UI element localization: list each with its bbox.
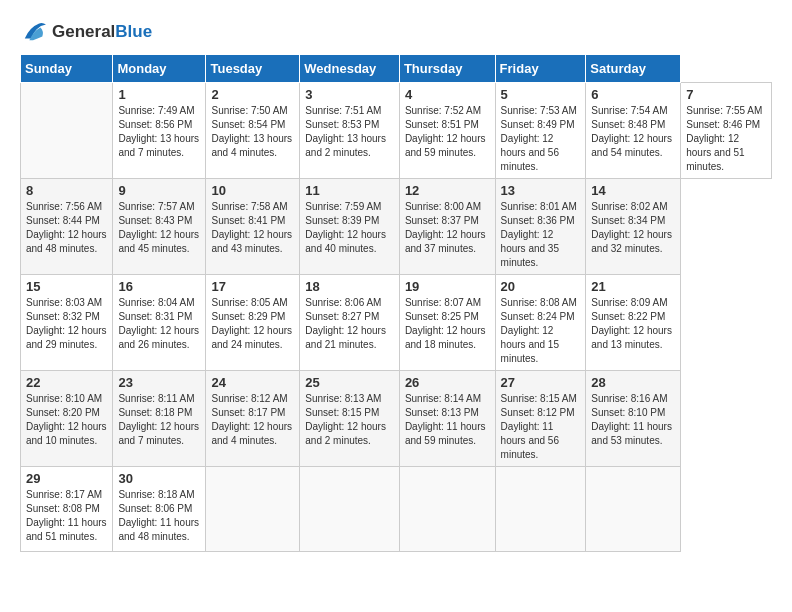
sunset-text: Sunset: 8:37 PM (405, 215, 479, 226)
calendar-cell: 11 Sunrise: 7:59 AM Sunset: 8:39 PM Dayl… (300, 179, 400, 275)
day-info: Sunrise: 7:53 AM Sunset: 8:49 PM Dayligh… (501, 104, 581, 174)
calendar-cell: 30 Sunrise: 8:18 AM Sunset: 8:06 PM Dayl… (113, 467, 206, 552)
day-number: 24 (211, 375, 294, 390)
day-info: Sunrise: 7:56 AM Sunset: 8:44 PM Dayligh… (26, 200, 107, 256)
day-number: 10 (211, 183, 294, 198)
week-row-3: 15 Sunrise: 8:03 AM Sunset: 8:32 PM Dayl… (21, 275, 772, 371)
calendar-cell: 23 Sunrise: 8:11 AM Sunset: 8:18 PM Dayl… (113, 371, 206, 467)
page-header: GeneralBlue (20, 20, 772, 44)
day-of-week-friday: Friday (495, 55, 586, 83)
daylight-text: Daylight: 12 hours and 21 minutes. (305, 325, 386, 350)
day-info: Sunrise: 7:51 AM Sunset: 8:53 PM Dayligh… (305, 104, 394, 160)
sunset-text: Sunset: 8:08 PM (26, 503, 100, 514)
calendar-cell: 26 Sunrise: 8:14 AM Sunset: 8:13 PM Dayl… (399, 371, 495, 467)
calendar-cell: 25 Sunrise: 8:13 AM Sunset: 8:15 PM Dayl… (300, 371, 400, 467)
day-info: Sunrise: 7:49 AM Sunset: 8:56 PM Dayligh… (118, 104, 200, 160)
daylight-text: Daylight: 12 hours and 54 minutes. (591, 133, 672, 158)
daylight-text: Daylight: 12 hours and 29 minutes. (26, 325, 107, 350)
daylight-text: Daylight: 12 hours and 26 minutes. (118, 325, 199, 350)
calendar-cell: 22 Sunrise: 8:10 AM Sunset: 8:20 PM Dayl… (21, 371, 113, 467)
day-of-week-sunday: Sunday (21, 55, 113, 83)
logo-icon (20, 20, 48, 44)
calendar-cell: 18 Sunrise: 8:06 AM Sunset: 8:27 PM Dayl… (300, 275, 400, 371)
week-row-2: 8 Sunrise: 7:56 AM Sunset: 8:44 PM Dayli… (21, 179, 772, 275)
day-info: Sunrise: 8:12 AM Sunset: 8:17 PM Dayligh… (211, 392, 294, 448)
daylight-text: Daylight: 12 hours and 35 minutes. (501, 229, 559, 268)
daylight-text: Daylight: 13 hours and 7 minutes. (118, 133, 199, 158)
daylight-text: Daylight: 12 hours and 13 minutes. (591, 325, 672, 350)
day-info: Sunrise: 8:17 AM Sunset: 8:08 PM Dayligh… (26, 488, 107, 544)
sunrise-text: Sunrise: 8:16 AM (591, 393, 667, 404)
day-info: Sunrise: 8:06 AM Sunset: 8:27 PM Dayligh… (305, 296, 394, 352)
day-number: 5 (501, 87, 581, 102)
calendar-cell: 15 Sunrise: 8:03 AM Sunset: 8:32 PM Dayl… (21, 275, 113, 371)
sunrise-text: Sunrise: 7:50 AM (211, 105, 287, 116)
day-number: 30 (118, 471, 200, 486)
sunset-text: Sunset: 8:39 PM (305, 215, 379, 226)
day-number: 8 (26, 183, 107, 198)
daylight-text: Daylight: 12 hours and 2 minutes. (305, 421, 386, 446)
day-of-week-monday: Monday (113, 55, 206, 83)
day-number: 19 (405, 279, 490, 294)
calendar-cell: 21 Sunrise: 8:09 AM Sunset: 8:22 PM Dayl… (586, 275, 681, 371)
day-info: Sunrise: 7:57 AM Sunset: 8:43 PM Dayligh… (118, 200, 200, 256)
sunrise-text: Sunrise: 7:49 AM (118, 105, 194, 116)
calendar-cell: 3 Sunrise: 7:51 AM Sunset: 8:53 PM Dayli… (300, 83, 400, 179)
calendar-cell: 29 Sunrise: 8:17 AM Sunset: 8:08 PM Dayl… (21, 467, 113, 552)
sunset-text: Sunset: 8:25 PM (405, 311, 479, 322)
sunset-text: Sunset: 8:10 PM (591, 407, 665, 418)
calendar-cell (206, 467, 300, 552)
day-number: 28 (591, 375, 675, 390)
sunset-text: Sunset: 8:06 PM (118, 503, 192, 514)
daylight-text: Daylight: 11 hours and 48 minutes. (118, 517, 199, 542)
sunrise-text: Sunrise: 8:18 AM (118, 489, 194, 500)
logo: GeneralBlue (20, 20, 152, 44)
daylight-text: Daylight: 12 hours and 40 minutes. (305, 229, 386, 254)
day-info: Sunrise: 8:11 AM Sunset: 8:18 PM Dayligh… (118, 392, 200, 448)
calendar-cell: 8 Sunrise: 7:56 AM Sunset: 8:44 PM Dayli… (21, 179, 113, 275)
sunset-text: Sunset: 8:18 PM (118, 407, 192, 418)
day-info: Sunrise: 8:13 AM Sunset: 8:15 PM Dayligh… (305, 392, 394, 448)
calendar-cell: 27 Sunrise: 8:15 AM Sunset: 8:12 PM Dayl… (495, 371, 586, 467)
sunset-text: Sunset: 8:29 PM (211, 311, 285, 322)
sunrise-text: Sunrise: 8:03 AM (26, 297, 102, 308)
day-info: Sunrise: 8:18 AM Sunset: 8:06 PM Dayligh… (118, 488, 200, 544)
sunrise-text: Sunrise: 7:55 AM (686, 105, 762, 116)
day-info: Sunrise: 8:05 AM Sunset: 8:29 PM Dayligh… (211, 296, 294, 352)
day-info: Sunrise: 7:54 AM Sunset: 8:48 PM Dayligh… (591, 104, 675, 160)
calendar-cell: 14 Sunrise: 8:02 AM Sunset: 8:34 PM Dayl… (586, 179, 681, 275)
daylight-text: Daylight: 12 hours and 10 minutes. (26, 421, 107, 446)
day-number: 6 (591, 87, 675, 102)
sunset-text: Sunset: 8:20 PM (26, 407, 100, 418)
day-info: Sunrise: 8:16 AM Sunset: 8:10 PM Dayligh… (591, 392, 675, 448)
calendar-body: 1 Sunrise: 7:49 AM Sunset: 8:56 PM Dayli… (21, 83, 772, 552)
sunset-text: Sunset: 8:51 PM (405, 119, 479, 130)
sunrise-text: Sunrise: 8:10 AM (26, 393, 102, 404)
daylight-text: Daylight: 12 hours and 4 minutes. (211, 421, 292, 446)
sunset-text: Sunset: 8:24 PM (501, 311, 575, 322)
day-info: Sunrise: 8:09 AM Sunset: 8:22 PM Dayligh… (591, 296, 675, 352)
calendar-cell: 28 Sunrise: 8:16 AM Sunset: 8:10 PM Dayl… (586, 371, 681, 467)
sunset-text: Sunset: 8:13 PM (405, 407, 479, 418)
sunrise-text: Sunrise: 8:07 AM (405, 297, 481, 308)
sunset-text: Sunset: 8:31 PM (118, 311, 192, 322)
day-number: 2 (211, 87, 294, 102)
sunrise-text: Sunrise: 8:08 AM (501, 297, 577, 308)
day-info: Sunrise: 8:08 AM Sunset: 8:24 PM Dayligh… (501, 296, 581, 366)
day-number: 27 (501, 375, 581, 390)
day-number: 9 (118, 183, 200, 198)
sunrise-text: Sunrise: 8:12 AM (211, 393, 287, 404)
calendar-cell (300, 467, 400, 552)
day-of-week-wednesday: Wednesday (300, 55, 400, 83)
daylight-text: Daylight: 11 hours and 59 minutes. (405, 421, 486, 446)
sunset-text: Sunset: 8:36 PM (501, 215, 575, 226)
day-info: Sunrise: 8:10 AM Sunset: 8:20 PM Dayligh… (26, 392, 107, 448)
calendar-cell: 4 Sunrise: 7:52 AM Sunset: 8:51 PM Dayli… (399, 83, 495, 179)
sunset-text: Sunset: 8:54 PM (211, 119, 285, 130)
calendar-cell: 9 Sunrise: 7:57 AM Sunset: 8:43 PM Dayli… (113, 179, 206, 275)
day-number: 21 (591, 279, 675, 294)
sunrise-text: Sunrise: 8:13 AM (305, 393, 381, 404)
sunset-text: Sunset: 8:12 PM (501, 407, 575, 418)
sunset-text: Sunset: 8:46 PM (686, 119, 760, 130)
calendar-cell: 16 Sunrise: 8:04 AM Sunset: 8:31 PM Dayl… (113, 275, 206, 371)
